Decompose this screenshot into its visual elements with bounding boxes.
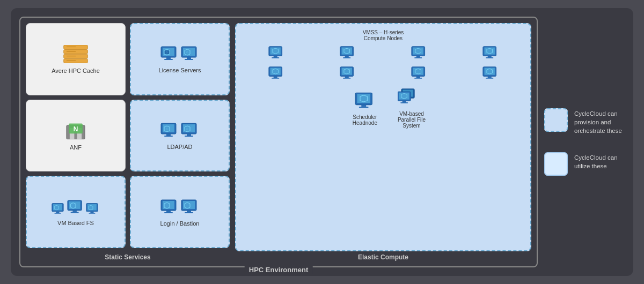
- svg-rect-56: [164, 212, 173, 213]
- svg-rect-101: [486, 78, 493, 79]
- scheduler-item: Scheduler Headnode: [341, 92, 389, 126]
- svg-rect-96: [414, 78, 422, 79]
- hpc-outer-border: Avere HPC Cache: [19, 17, 538, 267]
- svg-rect-85: [273, 76, 277, 78]
- anf-card: N ANF: [26, 100, 126, 172]
- svg-rect-65: [273, 56, 277, 57]
- svg-text:⬡: ⬡: [166, 128, 168, 130]
- svg-text:⬡: ⬡: [166, 51, 168, 54]
- anf-building-icon: N: [64, 122, 87, 141]
- vm-fs-monitor-2: [67, 199, 85, 216]
- ldap-monitor-icon-1: ⬡: [160, 122, 179, 140]
- svg-rect-113: [400, 102, 408, 103]
- svg-rect-106: [359, 106, 369, 107]
- svg-rect-18: [185, 59, 193, 60]
- static-services-grid: Avere HPC Cache: [26, 23, 230, 248]
- license-label: License Servers: [159, 67, 201, 73]
- svg-rect-66: [272, 57, 279, 58]
- legend-item-provision: CycleCloud can provision and orchestrate…: [544, 108, 625, 135]
- svg-rect-61: [185, 212, 193, 213]
- main-container: Avere HPC Cache: [11, 8, 633, 276]
- compute-node-6: [339, 66, 356, 82]
- license-servers-card: ⬡: [130, 23, 230, 95]
- compute-grid-row2: [241, 66, 525, 82]
- compute-node-1: [268, 46, 285, 62]
- svg-rect-28: [166, 134, 171, 136]
- svg-rect-71: [343, 57, 350, 58]
- legend-item-utilize: CycleCloud can utilize these: [544, 152, 625, 176]
- login-monitor-icon-2: [180, 199, 200, 217]
- static-services-label: Static Services: [26, 253, 230, 261]
- compute-node-7: [411, 66, 428, 82]
- svg-rect-95: [416, 76, 420, 78]
- svg-rect-40: [56, 211, 59, 212]
- avere-stack-icon: [62, 45, 90, 64]
- services-row: Avere HPC Cache: [26, 23, 531, 261]
- scheduler-monitor-icon: [353, 92, 377, 112]
- svg-rect-10: [166, 57, 171, 59]
- elastic-compute-label: Elastic Compute: [235, 253, 531, 261]
- svg-rect-46: [71, 212, 79, 213]
- svg-rect-70: [345, 56, 348, 57]
- compute-grid-row1: [241, 46, 525, 62]
- svg-rect-112: [402, 101, 406, 102]
- ldap-label: LDAP/AD: [167, 144, 192, 150]
- compute-node-3: [411, 46, 428, 62]
- legend-text-provision: CycleCloud can provision and orchestrate…: [574, 108, 625, 135]
- monitor-cube-icon-1: ⬡: [160, 46, 179, 64]
- license-icons: ⬡: [160, 46, 200, 64]
- content-area: Avere HPC Cache: [19, 17, 625, 267]
- svg-text:⬡: ⬡: [186, 128, 188, 130]
- vm-fs-monitor-1: [51, 203, 66, 216]
- vm-parallel-fs-icon: [398, 88, 426, 109]
- svg-rect-50: [90, 211, 93, 212]
- svg-rect-81: [486, 57, 493, 58]
- hpc-environment-label: HPC Environment: [245, 266, 313, 274]
- svg-rect-90: [345, 76, 348, 78]
- svg-rect-75: [416, 56, 420, 57]
- svg-rect-29: [164, 136, 173, 137]
- legend-box-utilize: [544, 152, 568, 176]
- ldap-icons: ⬡: [160, 122, 200, 140]
- svg-rect-60: [187, 211, 191, 212]
- vm-parallel-monitor-stack: [398, 88, 426, 109]
- svg-rect-17: [187, 57, 191, 59]
- avere-label: Avere HPC Cache: [52, 68, 100, 74]
- vm-fs-icons: [51, 199, 100, 216]
- svg-rect-34: [187, 134, 191, 136]
- svg-rect-45: [72, 210, 77, 212]
- diagram-area: Avere HPC Cache: [19, 17, 538, 267]
- svg-rect-55: [166, 211, 171, 212]
- scheduler-label: Scheduler Headnode: [341, 114, 389, 126]
- svg-rect-80: [487, 56, 491, 57]
- legend-box-provision: [544, 108, 568, 132]
- ldap-ad-card: ⬡: [130, 100, 230, 172]
- static-services-column: Avere HPC Cache: [26, 23, 230, 261]
- monitor-cube-icon-2: ⬡: [180, 46, 200, 64]
- vmss-label: VMSS – H-seriesCompute Nodes: [241, 29, 525, 41]
- login-monitor-icon-1: [160, 199, 179, 217]
- svg-rect-51: [89, 213, 95, 214]
- login-bastion-icons: [160, 199, 200, 217]
- ldap-monitor-icon-2: ⬡: [180, 122, 200, 140]
- legend-text-utilize: CycleCloud can utilize these: [574, 152, 625, 170]
- elastic-inner-box: VMSS – H-seriesCompute Nodes: [235, 23, 531, 251]
- compute-node-8: [482, 66, 499, 82]
- compute-node-4: [482, 46, 499, 62]
- svg-text:⬡: ⬡: [186, 51, 188, 54]
- elastic-bottom-row: Scheduler Headnode: [241, 86, 525, 131]
- svg-text:N: N: [74, 125, 78, 133]
- login-bastion-card: Login / Bastion: [130, 176, 230, 248]
- vm-parallel-label: VM-basedParallel FileSystem: [398, 111, 426, 129]
- svg-rect-86: [272, 78, 279, 79]
- vm-fs-label: VM Based FS: [57, 220, 94, 226]
- compute-node-2: [339, 46, 356, 62]
- vm-based-fs-card: VM Based FS: [26, 176, 126, 248]
- elastic-compute-column: VMSS – H-seriesCompute Nodes: [235, 23, 531, 261]
- svg-rect-76: [414, 57, 422, 58]
- svg-rect-91: [343, 78, 350, 79]
- svg-rect-35: [185, 136, 193, 137]
- vm-parallel-item: VM-basedParallel FileSystem: [398, 88, 426, 129]
- svg-rect-105: [361, 104, 366, 106]
- anf-label: ANF: [70, 144, 82, 151]
